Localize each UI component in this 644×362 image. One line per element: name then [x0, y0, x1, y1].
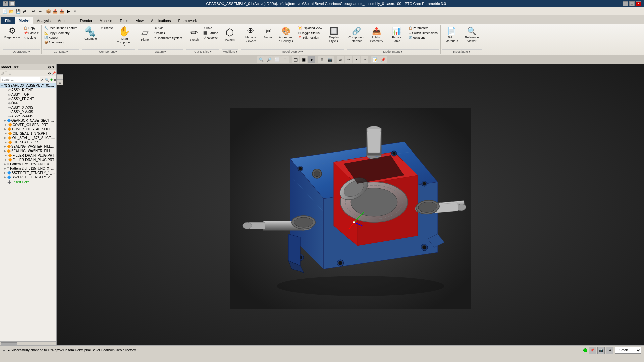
- delete-button[interactable]: ✕Delete: [22, 35, 40, 40]
- publish-geometry-button[interactable]: 📤 Publish Geometry: [367, 26, 386, 47]
- tree-toolbar-settings-icon[interactable]: ⚙: [48, 71, 51, 75]
- tree-small-icon[interactable]: ⊟: [8, 71, 11, 75]
- tree-item-szerelt-2[interactable]: ▶ 🔷 BSZERELT_TENGELY_2_04.ASM: [0, 175, 56, 179]
- switch-dimensions-button[interactable]: ↔Switch Dimensions: [407, 31, 439, 35]
- save-button[interactable]: 💾: [15, 8, 21, 15]
- sketch-button[interactable]: ✏ Sketch: [186, 26, 201, 47]
- new-file-button[interactable]: 📄: [1, 8, 8, 15]
- tab-manikin[interactable]: Manikin: [96, 17, 116, 24]
- status-camera-button[interactable]: 📷: [597, 347, 605, 354]
- status-mode-dropdown[interactable]: Smart Standard: [615, 347, 641, 354]
- tree-item-assy-front[interactable]: ▱ ASSY_FRONT: [0, 97, 56, 101]
- tree-toolbar-pin-icon[interactable]: 📌: [52, 71, 56, 75]
- search-filter-button[interactable]: 🔍: [44, 78, 50, 82]
- user-defined-feature-button[interactable]: 🔧User-Defined Feature: [43, 26, 79, 31]
- point-button[interactable]: •Point ▾: [153, 31, 184, 35]
- shaded-button[interactable]: ●: [308, 56, 315, 63]
- tree-item-oil-seal-375[interactable]: ▶ 🔶 OIL_SEAL_1_375.PRT: [0, 131, 56, 136]
- tree-item-zaxis[interactable]: ⊸ ASSY_Z-AXIS: [0, 114, 56, 118]
- spin-center-button[interactable]: ⊕: [318, 56, 326, 63]
- tree-item-filler-1[interactable]: ▶ 🔶 FILLER-DRAIN_PLUG.PRT: [0, 153, 56, 158]
- tab-framework[interactable]: Framework: [174, 17, 200, 24]
- view-3d-button[interactable]: 📷: [326, 56, 334, 63]
- paste-button[interactable]: 📌Paste ▾: [22, 31, 40, 35]
- section-button[interactable]: ✂ Section: [261, 26, 276, 47]
- tree-item-assy-right[interactable]: ▱ ASSY_RIGHT: [0, 88, 56, 92]
- tree-view-icon[interactable]: ⊞: [1, 71, 4, 75]
- zoom-out-button[interactable]: 🔎: [265, 56, 273, 63]
- search-clear-button[interactable]: ✕: [40, 78, 44, 82]
- revolve-button[interactable]: ↺Revolve: [202, 35, 219, 40]
- tab-tools[interactable]: Tools: [116, 17, 132, 24]
- copy-button[interactable]: 📋Copy: [22, 26, 40, 31]
- manage-views-button[interactable]: 👁 Manage Views ▾: [241, 26, 260, 47]
- shrinkwrap-button[interactable]: 📦Shrinkwrap: [43, 40, 79, 45]
- tree-item-cover-oilseal-slice[interactable]: ▶ 🔶 COVER_OILSEAL_SLICE.PRT: [0, 127, 56, 131]
- coord-system-button[interactable]: ⌖Coordinate System: [153, 35, 184, 40]
- exploded-view-button[interactable]: 💥Exploded View: [297, 26, 323, 31]
- panel-tab-layers[interactable]: ⊟: [57, 80, 63, 85]
- tree-item-sealing-2[interactable]: ▶ 🔶 SEALING_WASHER_FILLER_PLU...: [0, 149, 56, 153]
- zoom-window-button[interactable]: ⬜: [273, 56, 281, 63]
- regenerate-button[interactable]: ⚙ Regenerate: [3, 26, 22, 47]
- assemble-button[interactable]: 🔩 Assemble: [82, 26, 99, 47]
- tree-settings-icon[interactable]: ⚙: [48, 65, 51, 69]
- tab-analysis[interactable]: Analysis: [33, 17, 54, 24]
- minimize-button[interactable]: _: [623, 1, 628, 6]
- family-table-button[interactable]: 📊 Family Table: [387, 26, 407, 47]
- copy-geometry-button[interactable]: 📐Copy Geometry: [43, 31, 79, 35]
- tab-annotate[interactable]: Annotate: [54, 17, 76, 24]
- note-button[interactable]: 📌: [379, 56, 387, 63]
- viewport[interactable]: ⊞ ⊟: [57, 64, 644, 345]
- maximize-button[interactable]: □: [629, 1, 635, 6]
- import-button[interactable]: 📥: [52, 8, 58, 15]
- panel-tab-tree[interactable]: ⊞: [57, 74, 63, 80]
- tree-list-icon[interactable]: ☰: [4, 71, 8, 75]
- tree-item-szerelt-1[interactable]: ▶ 🔷 BSZERELT_TENGELY_1_01.ASM: [0, 171, 56, 175]
- tree-item-root[interactable]: ▼ 🏗 GEARBOX_ASSEMBLY_01.ASM: [0, 83, 56, 88]
- open-button[interactable]: 📂: [8, 8, 15, 15]
- axis-button[interactable]: ⊕Axis: [153, 26, 184, 31]
- datum-axes-button[interactable]: ⊸: [345, 56, 352, 63]
- print-button[interactable]: 🖨: [21, 8, 28, 15]
- datum-points-button[interactable]: •: [353, 56, 360, 63]
- toggle-status-button[interactable]: ☑Toggle Status: [297, 31, 323, 35]
- annotation-button[interactable]: 📝: [371, 56, 379, 63]
- plane-button[interactable]: ▱ Plane: [138, 26, 152, 47]
- status-display-button[interactable]: 🖥: [606, 347, 613, 354]
- tree-item-filler-2[interactable]: ▶ 🔶 FILLER-DRAIN_PLUG.PRT: [0, 158, 56, 162]
- tree-item-insert-here[interactable]: ➕ Insert Here: [0, 179, 56, 185]
- fit-button[interactable]: ◻: [281, 56, 289, 63]
- tree-item-cover-oilseal[interactable]: ▶ 🔶 COVER_OILSEAL.PRT: [0, 123, 56, 127]
- tree-item-oil-seal-2[interactable]: ▶ 🔶 OIL_SEAL_2.PRT: [0, 140, 56, 144]
- tree-item-okr0[interactable]: ⊕ ÖKR0: [0, 101, 56, 105]
- tree-item-oil-seal-375-slice[interactable]: ▶ 🔶 OIL_SEAL_1_375_SLICE.PRT: [0, 136, 56, 140]
- tree-item-gearbox-case[interactable]: ▶ 🔷 GEARBOX_CASE_SECTIONED_T...: [0, 118, 56, 123]
- status-pin-button[interactable]: 📌: [589, 347, 596, 354]
- repeat-button[interactable]: 🔄Repeat: [43, 35, 79, 40]
- run-button[interactable]: ▶: [65, 8, 72, 15]
- tree-item-yaxis[interactable]: ⊸ ASSY_Y-AXIS: [0, 110, 56, 114]
- package-button[interactable]: 📦: [45, 8, 52, 15]
- customize-button[interactable]: ▼: [72, 8, 78, 15]
- tree-item-pattern-2[interactable]: ▶ ⠿ Pattern 2 of 3125_UNC_X_1_SO...: [0, 166, 56, 171]
- parameters-button[interactable]: 📋Parameters: [407, 26, 439, 31]
- hole-button[interactable]: ○Hole: [202, 26, 219, 31]
- tab-applications[interactable]: Applications: [147, 17, 174, 24]
- zoom-in-button[interactable]: 🔍: [257, 56, 265, 63]
- tab-view[interactable]: View: [132, 17, 147, 24]
- datum-planes-button[interactable]: ▱: [337, 56, 344, 63]
- hidden-line-button[interactable]: ▣: [300, 56, 307, 63]
- tree-search-input[interactable]: [1, 77, 40, 82]
- reference-viewer-button[interactable]: 🔍 Reference Viewer: [462, 26, 482, 47]
- edit-position-button[interactable]: 📍Edit Position: [297, 35, 323, 40]
- tree-arrow-root[interactable]: ▼: [1, 84, 4, 87]
- coord-display-button[interactable]: ⌖: [361, 56, 368, 63]
- undo-button[interactable]: ↩: [30, 8, 37, 15]
- display-style-button[interactable]: 🔲 Display Style ▾: [324, 26, 344, 47]
- tab-file[interactable]: File: [1, 17, 15, 24]
- tree-item-assy-top[interactable]: ▱ ASSY_TOP: [0, 92, 56, 97]
- tree-expand-all-button[interactable]: ⊞: [53, 78, 57, 82]
- tab-render[interactable]: Render: [76, 17, 96, 24]
- redo-button[interactable]: ↪: [37, 8, 43, 15]
